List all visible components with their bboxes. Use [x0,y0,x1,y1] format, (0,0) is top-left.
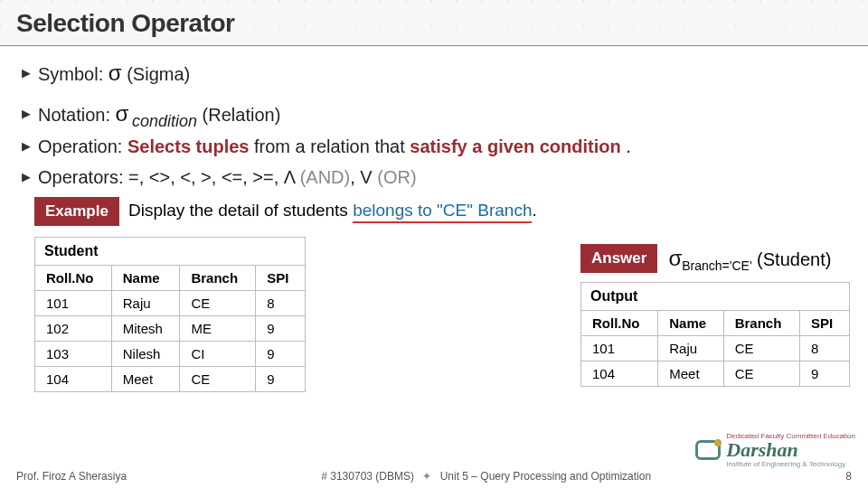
bullet-notation: ▶ Notation: σ condition (Relation) [22,101,846,128]
answer-tag: Answer [580,244,657,273]
table-row: 102MiteshME9 [35,316,306,342]
strong: satisfy a given condition [410,136,620,156]
cell: 104 [581,361,658,387]
cell: CE [180,367,256,392]
logo-main: Darshan [726,438,797,461]
cell: Mitesh [111,316,180,342]
column-header: Branch [180,266,256,291]
cell: 8 [256,291,306,316]
column-header: Name [111,266,180,291]
cell: 8 [799,336,849,361]
answer-expression: σBranch='CE' (Student) [668,246,831,271]
page-title: Selection Operator [16,9,852,38]
table-row: 104MeetCE9 [581,361,850,387]
tail: (Sigma) [122,64,191,84]
triangle-icon: ▶ [22,101,34,127]
cell: 9 [256,342,306,367]
cell: CE [723,361,799,387]
diamond-icon: ✦ [422,470,431,483]
unit-title: Unit 5 – Query Processing and Optimizati… [440,470,651,483]
student-table-wrap: Student Roll.NoNameBranchSPI 101RajuCE81… [34,237,306,392]
column-header: Name [658,311,723,336]
cell: 9 [256,316,306,342]
cell: Meet [658,361,723,387]
table-row: 101RajuCE8 [35,291,306,316]
or-label: (OR) [377,167,416,187]
footer-page: 8 [845,470,852,483]
bullet-operators: ▶ Operators: =, <>, <, >, <=, >=, Λ (AND… [22,164,846,190]
subscript: condition [132,112,197,130]
cell: Nilesh [111,342,180,367]
post: . [532,201,536,220]
bullet-text: Symbol: σ (Sigma) [38,61,190,87]
table-header-row: Roll.NoNameBranchSPI [35,266,306,291]
sigma-symbol: σ [668,246,682,270]
logo-mark-icon [695,440,721,460]
label: Operators: =, <>, <, >, <=, >=, [38,167,284,187]
table-row: 104MeetCE9 [35,367,306,392]
output-table: Roll.NoNameBranchSPI 101RajuCE8104MeetCE… [580,310,850,387]
student-table: Roll.NoNameBranchSPI 101RajuCE8102Mitesh… [34,265,306,392]
accent: belongs to "CE" Branch [353,201,532,223]
sigma-symbol: σ [116,101,129,126]
example-row: Example Display the detail of students b… [34,197,846,226]
label: Operation: [38,136,127,156]
answer-row: Answer σBranch='CE' (Student) [580,244,831,273]
table-title: Output [580,282,850,310]
cell: Raju [111,291,180,316]
footer-center: 3130703 (DBMS) ✦ Unit 5 – Query Processi… [321,470,651,483]
cell: 104 [35,367,112,392]
bullet-text: Notation: σ condition (Relation) [38,101,280,128]
sep: , V [350,167,377,187]
column-header: Branch [723,311,799,336]
cell: CE [180,291,256,316]
slide-footer: Prof. Firoz A Sherasiya 3130703 (DBMS) ✦… [0,465,868,488]
course-code: 3130703 (DBMS) [330,470,414,483]
label: Notation: [38,105,116,125]
column-header: Roll.No [581,311,658,336]
bullet-text: Operation: Selects tuples from a relatio… [38,134,631,159]
example-tag: Example [34,197,119,226]
triangle-icon: ▶ [22,61,34,86]
sigma-symbol: σ [108,61,122,85]
cell: 103 [35,342,112,367]
institute-logo: Dedicated Faculty Committed Education Da… [695,432,855,468]
triangle-icon: ▶ [22,134,34,159]
cell: Meet [111,367,180,392]
subscript: Branch='CE' [682,258,751,273]
column-header: SPI [256,266,306,291]
pre: Display the detail of students [128,201,353,220]
cell: ME [180,316,256,342]
mid: from a relation that [249,136,410,156]
end: . [621,136,631,156]
bullet-operation: ▶ Operation: Selects tuples from a relat… [22,134,846,159]
tail: (Student) [752,249,832,269]
table-title: Student [34,237,306,265]
column-header: Roll.No [35,266,112,291]
triangle-icon: ▶ [22,164,34,190]
and-label: (AND) [300,167,351,187]
tail: (Relation) [203,105,281,125]
and-sym: Λ [284,167,300,187]
bullet-text: Operators: =, <>, <, >, <=, >=, Λ (AND),… [38,164,417,190]
label: Symbol: [38,64,108,84]
output-table-wrap: Output Roll.NoNameBranchSPI 101RajuCE810… [580,282,850,387]
table-header-row: Roll.NoNameBranchSPI [581,311,850,336]
example-text: Display the detail of students belongs t… [128,201,537,223]
cell: 102 [35,316,112,342]
table-row: 101RajuCE8 [581,336,850,361]
cell: 9 [256,367,306,392]
cell: CI [180,342,256,367]
cell: 9 [799,361,849,387]
table-row: 103NileshCI9 [35,342,306,367]
cell: 101 [581,336,658,361]
strong: Selects tuples [127,136,250,156]
cell: Raju [658,336,723,361]
cell: CE [723,336,799,361]
logo-text: Dedicated Faculty Committed Education Da… [726,432,855,468]
column-header: SPI [799,311,849,336]
slide: Selection Operator ▶ Symbol: σ (Sigma) ▶… [0,0,868,488]
bullet-symbol: ▶ Symbol: σ (Sigma) [22,61,846,87]
slide-header: Selection Operator [0,0,868,46]
cell: 101 [35,291,112,316]
